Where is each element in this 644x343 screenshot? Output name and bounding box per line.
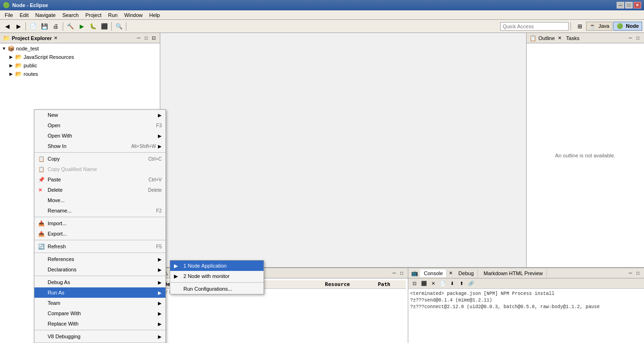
console-btn3[interactable]: ⬇ [448,279,456,288]
ctx-delete[interactable]: ✕ Delete Delete [34,185,165,195]
ctx-refresh-shortcut: F5 [156,244,162,249]
ctx-export[interactable]: 📤 Export... [34,229,165,239]
ctx-refresh[interactable]: 🔄 Refresh F5 [34,241,165,252]
tree-public[interactable]: ▶ 📂 public [0,61,160,70]
console-line-3: ?±???connect@2.12.0 (uid2@0.0.3, batch@0… [410,304,642,310]
minimize-outline-button[interactable]: ─ [627,35,634,41]
maximize-outline-button[interactable]: □ [635,35,641,41]
tree-js-resources[interactable]: ▶ 📂 JavaScript Resources [0,53,160,61]
ctx-showin[interactable]: Show In Alt+Shift+W ▶ [34,141,165,151]
minimize-problems-button[interactable]: ─ [391,270,397,277]
close-console-icon[interactable]: ✕ [449,270,453,276]
ctx-openwith-arrow: ▶ [158,133,162,139]
ctx-sep3 [34,240,165,240]
toolbar-back[interactable]: ◀ [2,21,12,32]
tree-root[interactable]: ▼ 📦 node_test [0,44,160,53]
menu-run[interactable]: Run [105,11,120,19]
console-toolbar: ⊡ ⬛ ✕ 📄 ⬇ ⬆ 🔗 [408,278,644,289]
ctx-references[interactable]: References ▶ [34,254,165,264]
sub-node-app[interactable]: ▶ 1 Node Application [170,261,264,271]
tasks-label[interactable]: Tasks [566,35,579,41]
ctx-runas[interactable]: Run As ▶ [34,287,165,298]
ctx-v8debugging[interactable]: V8 Debugging ▶ [34,331,165,342]
ctx-paste[interactable]: 📌 Paste Ctrl+V [34,174,165,185]
ctx-open[interactable]: Open F3 [34,120,165,131]
ctx-rename-shortcut: F2 [156,208,162,213]
quick-access-input[interactable] [500,22,569,31]
minimize-button[interactable]: ─ [617,2,624,8]
menu-edit[interactable]: Edit [17,11,32,19]
public-icon: 📂 [15,62,23,69]
maximize-button[interactable]: □ [625,2,633,8]
tab-debug[interactable]: Debug [454,270,478,277]
menu-window[interactable]: Window [121,11,145,19]
ctx-copy[interactable]: 📋 Copy Ctrl+C [34,154,165,164]
toolbar-debug[interactable]: 🐛 [88,21,98,32]
console-content: <terminated> package.json [NPM] NPM Proc… [408,289,644,343]
sub-run-configurations[interactable]: Run Configurations... [170,284,264,294]
ctx-delete-shortcut: Delete [148,188,162,193]
node-app-icon: ▶ [174,263,182,269]
ctx-import[interactable]: 📥 Import... [34,218,165,229]
outline-header: 📋 Outline ✕ Tasks ─ □ [527,33,644,43]
col-path: Path [376,280,406,289]
menu-search[interactable]: Search [59,11,82,19]
menu-help[interactable]: Help [147,11,163,19]
ctx-team[interactable]: Team ▶ [34,298,165,308]
ctx-rename[interactable]: Rename... F2 [34,205,165,216]
restore-panel-button[interactable]: ⊡ [150,35,157,41]
toolbar-new[interactable]: 📄 [28,21,38,32]
close-button[interactable]: ✕ [634,2,641,8]
ctx-declarations[interactable]: Declarations ▶ [34,264,165,275]
sub-node-monitor[interactable]: ▶ 2 Node with monitor [170,271,264,281]
ctx-v8-label: V8 Debugging [48,334,156,339]
toolbar-stop[interactable]: ⬛ [99,21,109,32]
ctx-showin-label: Show In [48,143,129,149]
ctx-delete-icon: ✕ [38,187,46,193]
ctx-sep4 [34,253,165,253]
sub-sep1 [170,282,264,283]
open-perspective-button[interactable]: ⊞ [575,21,585,32]
close-outline-icon[interactable]: ✕ [558,35,561,41]
outline-content: An outline is not available. [527,43,644,267]
problem-path [376,289,406,295]
console-remove[interactable]: ✕ [429,279,438,288]
toolbar-search[interactable]: 🔍 [114,21,124,32]
maximize-panel-button[interactable]: □ [143,35,149,41]
project-explorer-icon: 📁 [3,35,10,41]
tree-routes-label: routes [24,71,38,77]
toolbar-build[interactable]: 🔨 [65,21,75,32]
maximize-console-button[interactable]: □ [635,270,641,277]
java-perspective-button[interactable]: ☕ Java [586,22,612,31]
maximize-problems-button[interactable]: □ [398,270,405,277]
menu-navigate[interactable]: Navigate [33,11,58,19]
console-terminate[interactable]: ⬛ [420,279,428,288]
console-btn1[interactable]: ⊡ [410,279,419,288]
tree-routes[interactable]: ▶ 📂 routes [0,70,160,78]
toolbar-print[interactable]: 🖨 [50,21,61,32]
toolbar-run[interactable]: ▶ [76,21,87,32]
ctx-new[interactable]: New ▶ [34,110,165,120]
ctx-comparewith[interactable]: Compare With ▶ [34,308,165,318]
console-btn4[interactable]: ⬆ [457,279,466,288]
minimize-console-button[interactable]: ─ [627,270,634,277]
node-perspective-button[interactable]: 🟢 Node [613,22,642,31]
ctx-replacewith[interactable]: Replace With ▶ [34,318,165,329]
minimize-panel-button[interactable]: ─ [135,35,142,41]
ctx-openwith[interactable]: Open With ▶ [34,131,165,141]
ctx-sep5 [34,276,165,276]
tab-console[interactable]: Console [420,270,447,277]
toolbar-sep3 [111,22,112,31]
console-btn5[interactable]: 🔗 [467,279,475,288]
console-btn2[interactable]: 📄 [438,279,447,288]
close-view-icon[interactable]: ✕ [54,35,58,41]
console-line-2: ?±???send@0.1.4 (mime@1.2.11) [410,297,642,304]
menu-file[interactable]: File [2,11,16,19]
node-icon: 🟢 [617,23,623,29]
menu-project[interactable]: Project [83,11,104,19]
toolbar-save[interactable]: 💾 [39,21,50,32]
toolbar-forward[interactable]: ▶ [13,21,24,32]
ctx-move[interactable]: Move... [34,195,165,205]
tab-markdown[interactable]: Markdown HTML Preview [480,270,547,277]
ctx-debugas[interactable]: Debug As ▶ [34,277,165,287]
